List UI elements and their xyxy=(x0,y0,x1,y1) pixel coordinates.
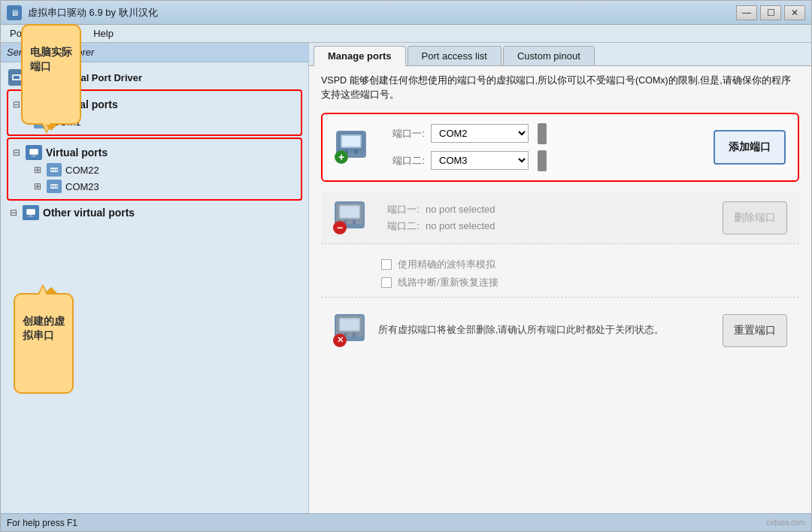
port1-label: 端口一: xyxy=(380,127,425,141)
port2-label: 端口二: xyxy=(380,154,425,168)
expand-icon-virtual[interactable]: ⊟ xyxy=(13,147,22,158)
menu-item-help[interactable]: Help xyxy=(87,26,120,41)
virtual-ports-header[interactable]: ⊟ Virtual ports xyxy=(10,144,299,162)
baud-option-label: 使用精确的波特率模拟 xyxy=(398,258,495,271)
watermark: ciduoa.com xyxy=(767,518,805,527)
maximize-button[interactable]: ☐ xyxy=(760,5,781,20)
svg-rect-10 xyxy=(32,155,35,156)
add-port-button[interactable]: 添加端口 xyxy=(714,130,786,165)
tree-item-com23[interactable]: ⊞ COM23 xyxy=(31,178,299,195)
add-port-box: + 端口一: COM2 COM3 COM4 COM5 xyxy=(321,113,799,182)
content-area: VSPD 能够创建任何你想使用的端口号的虚拟端口,所以你可以不受端口号(COMx… xyxy=(309,66,811,513)
svg-rect-1 xyxy=(14,76,20,79)
svg-point-18 xyxy=(53,186,55,187)
port1-select[interactable]: COM2 COM3 COM4 COM5 xyxy=(431,124,529,143)
menu-bar: Ports Options Help xyxy=(1,25,811,43)
app-icon: 🖥 xyxy=(7,5,22,20)
svg-rect-27 xyxy=(354,150,357,154)
svg-rect-25 xyxy=(342,136,360,147)
baud-option-row: 使用精确的波特率模拟 xyxy=(381,258,787,271)
reconnect-checkbox[interactable] xyxy=(381,277,392,288)
reset-section: ✕ 所有虚拟端口将被全部删除,请确认所有端口此时都处于关闭状态。 重置端口 xyxy=(321,307,799,355)
svg-point-13 xyxy=(51,169,53,171)
del-fields: 端口一: no port selected 端口二: no port selec… xyxy=(378,203,710,233)
del-port2-value: no port selected xyxy=(426,220,495,231)
description-text: VSPD 能够创建任何你想使用的端口号的虚拟端口,所以你可以不受端口号(COMx… xyxy=(321,74,799,102)
del-port2-label: 端口二: xyxy=(378,219,420,233)
port1-connector-icon xyxy=(538,123,547,144)
add-port-icon: + xyxy=(335,131,368,164)
com23-expand[interactable]: ⊞ xyxy=(34,181,43,192)
svg-rect-35 xyxy=(341,319,359,330)
right-panel: Manage ports Port access list Custom pin… xyxy=(309,43,811,513)
window-controls: — ☐ ✕ xyxy=(736,5,805,20)
minimize-button[interactable]: — xyxy=(736,5,757,20)
del-port2-row: 端口二: no port selected xyxy=(378,219,710,233)
virtual-ports-section: ⊟ Virtual ports xyxy=(10,144,299,195)
com23-label: COM23 xyxy=(65,181,99,192)
options-section: 使用精确的波特率模拟 线路中断/重新恢复连接 xyxy=(321,252,799,298)
other-virtual-header[interactable]: ⊟ Other virtual ports xyxy=(7,204,302,222)
main-window: 🖥 虚拟串口驱动 6.9 by 耿川汉化 — ☐ ✕ Ports Options… xyxy=(0,0,812,532)
port2-connector-icon xyxy=(538,150,547,171)
other-monitor-icon xyxy=(23,205,39,220)
baud-checkbox[interactable] xyxy=(381,259,392,270)
svg-rect-30 xyxy=(341,207,359,217)
del-port1-value: no port selected xyxy=(426,204,495,215)
delete-port-button[interactable]: 删除端口 xyxy=(723,201,787,234)
svg-rect-11 xyxy=(31,156,37,157)
virtual-ports-children: ⊞ COM22 xyxy=(10,162,299,195)
status-bar: For help press F1 ciduoa.com xyxy=(1,513,811,531)
delete-port-icon: − xyxy=(333,201,366,234)
reset-icon-x: ✕ xyxy=(333,334,347,347)
tooltip-computer-port: 电脑实际 端口 xyxy=(21,24,81,125)
tooltip-virtual-port: 创建的虚 拟串口 xyxy=(14,293,74,394)
reset-port-button[interactable]: 重置端口 xyxy=(723,314,787,347)
svg-rect-9 xyxy=(29,149,38,155)
del-port1-row: 端口一: no port selected xyxy=(378,203,710,216)
reconnect-option-label: 线路中断/重新恢复连接 xyxy=(398,276,498,289)
reset-port-icon: ✕ xyxy=(333,314,366,347)
main-area: Serial ports explorer Virtual Serial Por… xyxy=(1,43,811,513)
other-ports-label: Other virtual ports xyxy=(43,207,135,219)
tab-manage-ports[interactable]: Manage ports xyxy=(314,46,406,66)
expand-icon-other[interactable]: ⊟ xyxy=(10,207,19,218)
com22-expand[interactable]: ⊞ xyxy=(34,165,43,175)
reconnect-option-row: 线路中断/重新恢复连接 xyxy=(381,276,787,289)
port2-select[interactable]: COM3 COM2 COM4 COM5 xyxy=(431,151,529,170)
svg-point-17 xyxy=(51,186,53,187)
svg-point-15 xyxy=(56,169,57,171)
svg-rect-21 xyxy=(29,215,32,216)
port2-row: 端口二: COM3 COM2 COM4 COM5 xyxy=(380,150,701,171)
virtual-ports-box: ⊟ Virtual ports xyxy=(7,138,302,201)
status-text: For help press F1 xyxy=(7,518,77,528)
tooltip-virtual-text: 创建的虚 拟串口 xyxy=(23,315,65,342)
port-fields: 端口一: COM2 COM3 COM4 COM5 端口二: xyxy=(380,123,701,171)
tabs-bar: Manage ports Port access list Custom pin… xyxy=(309,43,811,66)
svg-point-14 xyxy=(53,169,55,171)
add-icon-plus: + xyxy=(335,150,348,164)
com22-label: COM22 xyxy=(65,165,99,176)
close-button[interactable]: ✕ xyxy=(784,5,805,20)
other-virtual-section: ⊟ Other virtual ports xyxy=(7,204,302,222)
delete-port-section: − 端口一: no port selected 端口二: no port sel… xyxy=(321,192,799,244)
tab-port-access-list[interactable]: Port access list xyxy=(408,46,501,65)
port1-row: 端口一: COM2 COM3 COM4 COM5 xyxy=(380,123,701,144)
svg-rect-20 xyxy=(26,209,35,215)
tab-custom-pinout[interactable]: Custom pinout xyxy=(503,46,595,65)
title-bar: 🖥 虚拟串口驱动 6.9 by 耿川汉化 — ☐ ✕ xyxy=(1,1,811,25)
svg-point-19 xyxy=(56,186,57,187)
reset-text: 所有虚拟端口将被全部删除,请确认所有端口此时都处于关闭状态。 xyxy=(378,324,710,337)
svg-rect-22 xyxy=(28,216,34,217)
svg-rect-32 xyxy=(353,220,356,225)
tooltip-computer-text: 电脑实际 端口 xyxy=(30,46,72,73)
del-port1-label: 端口一: xyxy=(378,203,420,216)
com23-icon xyxy=(47,180,62,193)
window-title: 虚拟串口驱动 6.9 by 耿川汉化 xyxy=(28,6,730,20)
svg-rect-37 xyxy=(353,333,356,337)
tree-item-com22[interactable]: ⊞ COM22 xyxy=(31,162,299,178)
virtual-monitor-icon xyxy=(26,145,42,160)
virtual-ports-label: Virtual ports xyxy=(46,147,108,159)
com22-icon xyxy=(47,163,62,177)
del-icon-minus: − xyxy=(333,221,347,234)
